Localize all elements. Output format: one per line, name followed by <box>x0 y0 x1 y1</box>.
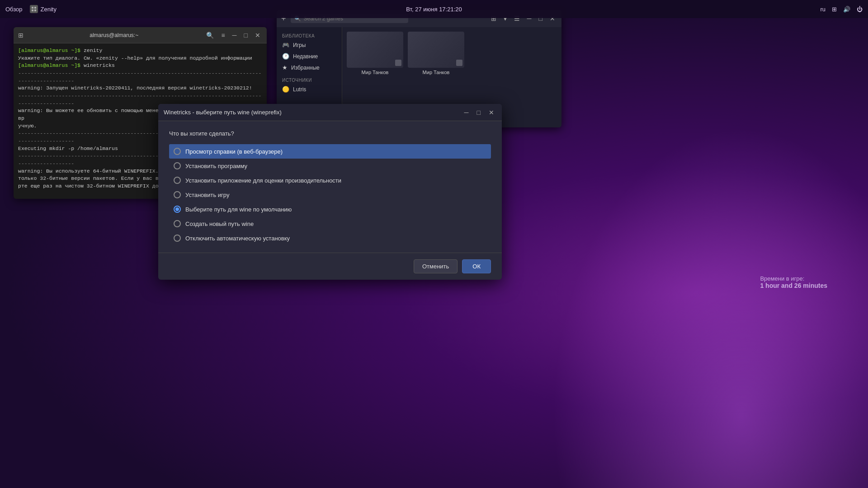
radio-item-install-app[interactable]: Установить программу <box>169 159 491 173</box>
taskbar: Обзор Zenity Вт, 27 июня 17:21:20 ru ⊞ 🔊… <box>0 0 868 18</box>
radio-item-install-game[interactable]: Установить игру <box>169 188 491 202</box>
sidebar-favorites-label: Избранные <box>291 65 320 71</box>
terminal-titlebar: ⊞ almarus@almarus:~ 🔍 ≡ ─ □ ✕ <box>14 27 267 43</box>
radio-label-view-help: Просмотр справки (в веб-браузере) <box>185 148 283 155</box>
radio-circle-install-bench <box>174 177 181 184</box>
sidebar-item-favorites[interactable]: ★ Избранные <box>277 62 342 73</box>
radio-label-new-path: Создать новый путь wine <box>185 221 254 227</box>
radio-circle-disable-auto <box>174 235 181 242</box>
sidebar-games-label: Игры <box>293 42 306 48</box>
terminal-title: almarus@almarus:~ <box>90 32 138 38</box>
game-thumb-2 <box>408 32 464 68</box>
radio-circle-view-help <box>174 148 181 155</box>
sidebar-item-recent[interactable]: 🕐 Недавние <box>277 51 342 62</box>
radio-item-disable-auto[interactable]: Отключить автоматическую установку <box>169 231 491 245</box>
terminal-menu-icon[interactable]: ≡ <box>219 31 226 40</box>
radio-label-install-app: Установить программу <box>185 163 247 169</box>
terminal-minimize-icon[interactable]: ─ <box>231 31 239 40</box>
dialog-body: Что вы хотите сделать? Просмотр справки … <box>158 121 502 253</box>
radio-circle-new-path <box>174 220 181 227</box>
recent-icon: 🕐 <box>282 53 289 60</box>
taskbar-locale: ru <box>820 6 826 13</box>
radio-circle-install-app <box>174 162 181 169</box>
library-section-label: Библиотека <box>277 31 342 39</box>
sources-section-label: Источники <box>277 75 342 84</box>
ok-button[interactable]: ОК <box>462 259 491 273</box>
dialog-title: Winetricks - выберите путь wine (winepre… <box>164 109 282 116</box>
radio-item-install-bench[interactable]: Установить приложение для оценки произво… <box>169 173 491 188</box>
taskbar-datetime: Вт, 27 июня 17:21:20 <box>406 6 462 13</box>
overview-button[interactable]: Обзор <box>5 6 23 13</box>
dialog-question: Что вы хотите сделать? <box>169 130 491 137</box>
cancel-button[interactable]: Отменить <box>414 259 458 273</box>
radio-label-install-bench: Установить приложение для оценки произво… <box>185 177 341 184</box>
svg-rect-2 <box>32 9 33 11</box>
svg-rect-3 <box>34 9 36 11</box>
power-icon: ⏻ <box>857 6 863 13</box>
radio-circle-default-path <box>174 206 181 213</box>
sidebar-recent-label: Недавние <box>293 53 318 60</box>
radio-item-new-path[interactable]: Создать новый путь wine <box>169 216 491 231</box>
radio-item-view-help[interactable]: Просмотр справки (в веб-браузере) <box>169 144 491 159</box>
game-label-2: Мир Танков <box>408 70 464 75</box>
winetricks-dialog: Winetricks - выберите путь wine (winepre… <box>158 104 502 280</box>
svg-rect-1 <box>34 7 36 9</box>
dialog-maximize-icon[interactable]: □ <box>475 108 483 117</box>
game-time-overlay: Времени в игре: 1 hour and 26 minutes <box>760 275 827 289</box>
favorites-icon: ★ <box>282 64 288 71</box>
terminal-close-icon[interactable]: ✕ <box>253 31 262 40</box>
app-icon <box>30 5 38 13</box>
radio-list: Просмотр справки (в веб-браузере) Устано… <box>169 144 491 245</box>
dialog-controls: ─ □ ✕ <box>462 108 496 117</box>
sidebar-item-games[interactable]: 🎮 Игры <box>277 39 342 51</box>
terminal-controls: 🔍 ≡ ─ □ ✕ <box>204 31 262 40</box>
radio-label-default-path: Выберите путь для wine по умолчанию <box>185 206 292 213</box>
games-icon: 🎮 <box>282 42 289 48</box>
dialog-titlebar: Winetricks - выберите путь wine (winepre… <box>158 104 502 121</box>
volume-icon: 🔊 <box>843 6 850 13</box>
new-tab-icon[interactable]: ⊞ <box>18 32 24 39</box>
dialog-close-icon[interactable]: ✕ <box>486 108 496 117</box>
network-icon: ⊞ <box>832 6 837 13</box>
sidebar-item-lutris[interactable]: 🟡 Lutris <box>277 84 342 95</box>
game-time-value: 1 hour and 26 minutes <box>760 282 827 289</box>
game-time-label: Времени в игре: <box>760 275 827 282</box>
terminal-search-icon[interactable]: 🔍 <box>204 31 216 40</box>
sidebar-lutris-label: Lutris <box>293 86 306 93</box>
taskbar-app-label: Zenity <box>41 6 57 13</box>
game-label-1: Мир Танков <box>347 70 403 75</box>
radio-label-disable-auto: Отключить автоматическую установку <box>185 235 290 242</box>
radio-item-default-path[interactable]: Выберите путь для wine по умолчанию <box>169 202 491 216</box>
dialog-footer: Отменить ОК <box>158 253 502 280</box>
game-thumb-1 <box>347 32 403 68</box>
lutris-icon: 🟡 <box>282 86 289 93</box>
svg-rect-0 <box>32 7 33 9</box>
radio-circle-install-game <box>174 191 181 198</box>
taskbar-app[interactable]: Zenity <box>30 5 57 13</box>
dialog-minimize-icon[interactable]: ─ <box>462 108 471 117</box>
radio-label-install-game: Установить игру <box>185 192 229 198</box>
terminal-maximize-icon[interactable]: □ <box>242 31 250 40</box>
